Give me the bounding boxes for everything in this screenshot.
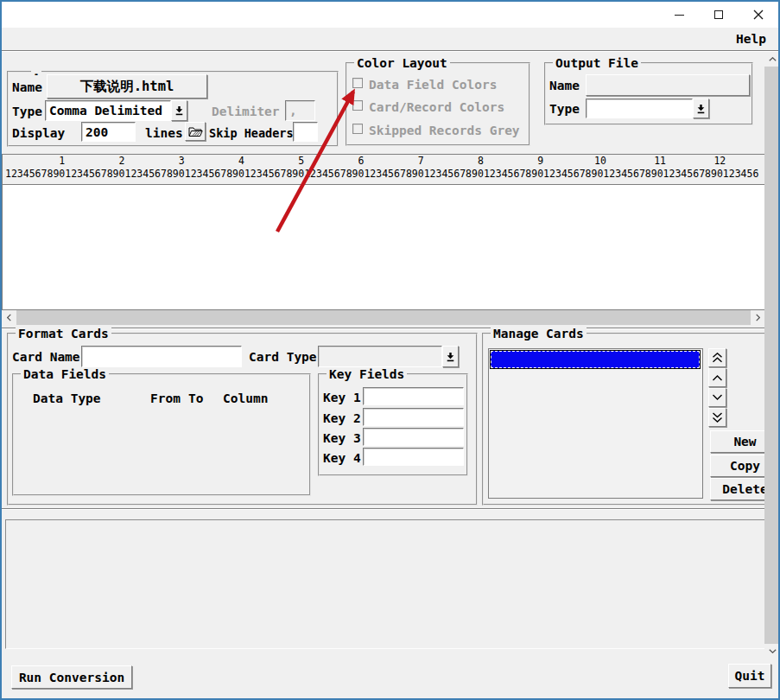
card-type-label: Card Type bbox=[249, 349, 317, 365]
horizontal-scrollbar[interactable] bbox=[2, 310, 765, 325]
move-bottom-button[interactable] bbox=[708, 408, 726, 427]
key-fields-group-label: Key Fields bbox=[327, 367, 407, 381]
run-conversion-button[interactable]: Run Conversion bbox=[11, 665, 132, 689]
skip-headers-label: Skip Headers bbox=[209, 125, 294, 141]
key-4-input[interactable] bbox=[364, 449, 463, 466]
delimiter-value: , bbox=[286, 101, 314, 120]
maximize-button[interactable] bbox=[699, 2, 739, 28]
card-name-input-wrap bbox=[81, 346, 242, 367]
scroll-up-button[interactable] bbox=[764, 52, 780, 67]
display-lines-input-wrap bbox=[81, 122, 136, 142]
menubar: Help bbox=[2, 28, 778, 50]
ruler-number: 10 bbox=[594, 156, 606, 167]
ruler-number: 11 bbox=[654, 156, 666, 167]
vertical-scrollbar[interactable] bbox=[764, 52, 780, 659]
selected-card-item[interactable] bbox=[491, 351, 700, 368]
dropdown-arrow-icon bbox=[174, 105, 184, 116]
input-type-dropdown-button[interactable] bbox=[171, 100, 187, 121]
scroll-down-button[interactable] bbox=[764, 644, 780, 659]
ruler-number: 12 bbox=[713, 156, 726, 167]
menu-help[interactable]: Help bbox=[731, 31, 771, 47]
scroll-right-button[interactable] bbox=[751, 310, 765, 325]
display-lines-input[interactable] bbox=[82, 123, 135, 141]
output-type-dropdown-button[interactable] bbox=[693, 99, 709, 118]
maximize-icon bbox=[714, 10, 723, 19]
browse-file-button[interactable] bbox=[185, 122, 206, 141]
display-label: Display bbox=[12, 125, 65, 141]
input-type-combobox[interactable]: Comma Delimited bbox=[45, 100, 171, 121]
data-fields-col-data-type: Data Type bbox=[33, 391, 101, 406]
key-2-label: Key 2 bbox=[323, 410, 361, 426]
column-ruler: 1 2 3 4 5 6 7 8 9 10 11 12 1234567890123… bbox=[2, 154, 765, 184]
ruler-number: 8 bbox=[478, 156, 484, 167]
ruler-digits: 1234567890123456789012345678901234567890… bbox=[5, 168, 758, 180]
key-3-label: Key 3 bbox=[323, 430, 361, 446]
data-fields-col-to: To bbox=[188, 391, 203, 406]
ruler-number: 4 bbox=[238, 156, 244, 167]
input-name-value: 下载说明.html bbox=[80, 78, 174, 96]
scroll-left-button[interactable] bbox=[2, 310, 16, 325]
dropdown-arrow-icon bbox=[696, 104, 706, 114]
skip-headers-input[interactable] bbox=[294, 123, 317, 141]
move-up-button[interactable] bbox=[708, 368, 726, 387]
minimize-button[interactable] bbox=[659, 2, 699, 28]
data-preview-area[interactable] bbox=[2, 184, 765, 310]
run-conversion-label: Run Conversion bbox=[19, 671, 124, 684]
move-down-button[interactable] bbox=[708, 388, 726, 407]
cards-listbox[interactable] bbox=[488, 348, 703, 499]
double-chevron-up-icon bbox=[712, 353, 723, 363]
key-1-input[interactable] bbox=[364, 389, 463, 405]
chevron-down-icon bbox=[712, 394, 723, 401]
vertical-scroll-thumb[interactable] bbox=[764, 67, 780, 644]
key-1-label: Key 1 bbox=[323, 390, 361, 405]
copy-card-button-label: Copy bbox=[730, 459, 760, 473]
output-type-label: Type bbox=[549, 101, 580, 117]
output-type-combobox[interactable] bbox=[586, 99, 693, 118]
key-4-input-wrap bbox=[363, 448, 464, 466]
move-top-button[interactable] bbox=[708, 348, 726, 367]
app-window: Help - Name 下载说明.html Type Comma Delimit… bbox=[0, 0, 780, 700]
new-card-button-label: New bbox=[733, 435, 756, 449]
dropdown-arrow-icon bbox=[446, 352, 455, 362]
output-name-field[interactable] bbox=[586, 74, 750, 96]
ruler-number: 2 bbox=[119, 156, 125, 167]
quit-label: Quit bbox=[735, 669, 765, 683]
skipped-records-grey-label: Skipped Records Grey bbox=[369, 123, 520, 138]
ruler-number: 5 bbox=[298, 156, 304, 167]
chevron-left-icon bbox=[7, 314, 11, 321]
card-type-dropdown-button[interactable] bbox=[442, 346, 459, 367]
output-name-value bbox=[587, 78, 590, 92]
skipped-records-grey-checkbox bbox=[352, 124, 363, 134]
color-layout-group-label: Color Layout bbox=[354, 56, 450, 70]
ruler-number: 6 bbox=[358, 156, 364, 167]
separator-line bbox=[2, 328, 778, 329]
card-type-combobox[interactable] bbox=[318, 346, 442, 367]
manage-cards-group-label: Manage Cards bbox=[491, 327, 587, 340]
horizontal-scroll-thumb[interactable] bbox=[16, 310, 751, 325]
key-3-input-wrap bbox=[363, 428, 464, 446]
delimiter-label: Delimiter bbox=[212, 104, 280, 119]
open-folder-icon bbox=[188, 126, 203, 137]
chevron-up-icon bbox=[769, 57, 777, 61]
card-record-colors-checkbox bbox=[352, 100, 363, 111]
quit-button[interactable]: Quit bbox=[728, 664, 771, 688]
ruler-number: 1 bbox=[59, 156, 65, 167]
data-fields-col-from: From bbox=[150, 391, 181, 406]
chevron-down-icon bbox=[769, 649, 777, 653]
close-button[interactable] bbox=[739, 2, 777, 28]
key-2-input[interactable] bbox=[364, 410, 463, 426]
menubar-separator bbox=[2, 50, 778, 52]
chevron-right-icon bbox=[756, 314, 760, 321]
data-field-colors-checkbox bbox=[352, 78, 363, 88]
card-record-colors-label: Card/Record Colors bbox=[369, 99, 504, 115]
key-3-input[interactable] bbox=[364, 430, 463, 446]
input-type-value: Comma Delimited bbox=[46, 101, 170, 120]
separator-line bbox=[2, 508, 778, 510]
chevron-up-icon bbox=[712, 374, 723, 381]
card-name-input[interactable] bbox=[82, 347, 241, 366]
format-cards-group-label: Format Cards bbox=[16, 327, 111, 340]
lines-label: lines bbox=[145, 125, 183, 141]
data-fields-group-label: Data Fields bbox=[21, 367, 109, 381]
data-field-colors-label: Data Field Colors bbox=[369, 77, 497, 92]
input-name-field[interactable]: 下载说明.html bbox=[47, 74, 207, 99]
